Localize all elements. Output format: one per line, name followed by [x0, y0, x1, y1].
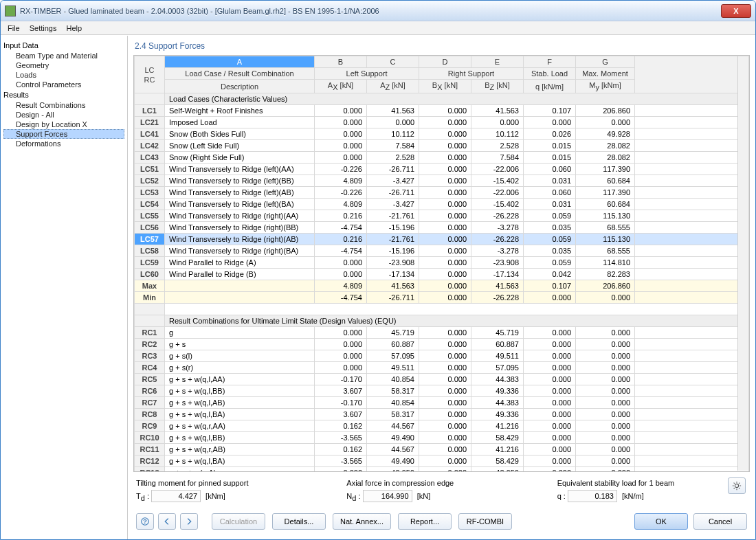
row-header[interactable]: RC10 — [135, 432, 165, 444]
table-row[interactable]: Min-4.754-26.7110.000-26.2280.0000.000 — [135, 292, 749, 304]
cell-my[interactable]: 0.000 — [576, 292, 635, 304]
cell-desc[interactable]: g + s + w(q,l,AA) — [165, 374, 315, 385]
cell-my[interactable]: 0.000 — [576, 350, 635, 362]
cell-q[interactable]: 0.000 — [524, 117, 576, 128]
cell-az[interactable]: 42.956 — [367, 467, 419, 472]
cell-az[interactable]: 57.095 — [367, 350, 419, 362]
cell-desc[interactable]: Snow (Right Side Full) — [165, 152, 315, 164]
table-row[interactable]: RC3g + s(l)0.00057.0950.00049.5110.0000.… — [135, 350, 749, 362]
cell-my[interactable]: 117.390 — [576, 187, 635, 199]
cell-ax[interactable]: 0.000 — [315, 257, 367, 269]
cell-az[interactable]: 58.317 — [367, 385, 419, 397]
cell-ax[interactable]: 0.000 — [315, 327, 367, 339]
cell-q[interactable]: 0.000 — [524, 444, 576, 455]
cell-bz[interactable]: -22.006 — [471, 187, 524, 199]
cell-az[interactable]: -26.711 — [367, 292, 419, 304]
col-letter-c[interactable]: C — [367, 56, 419, 68]
table-row[interactable]: LC57Wind Transversely to Ridge (right)(A… — [135, 234, 749, 245]
col-ax[interactable]: AX [kN] — [315, 80, 367, 93]
row-header[interactable]: Max — [135, 280, 165, 292]
cell-ax[interactable]: 0.162 — [315, 420, 367, 432]
cell-q[interactable]: 0.000 — [524, 397, 576, 409]
rf-combi-button[interactable]: RF-COMBI — [458, 513, 512, 530]
cell-ax[interactable]: -0.170 — [315, 397, 367, 409]
cell-my[interactable]: 0.000 — [576, 362, 635, 374]
cell-az[interactable]: -15.196 — [367, 222, 419, 234]
cell-az[interactable]: -21.761 — [367, 210, 419, 222]
row-header[interactable]: RC13 — [135, 467, 165, 472]
cell-q[interactable]: 0.060 — [524, 164, 576, 175]
table-row[interactable]: RC1g0.00045.7190.00045.7190.0000.000 — [135, 327, 749, 339]
row-header[interactable]: RC6 — [135, 385, 165, 397]
cell-ax[interactable]: 0.000 — [315, 128, 367, 140]
cell-my[interactable]: 0.000 — [576, 397, 635, 409]
table-row[interactable]: RC11g + s + w(q,r,AB)0.16244.5670.00041.… — [135, 444, 749, 455]
row-header[interactable]: RC4 — [135, 362, 165, 374]
table-row[interactable]: LC54Wind Transversely to Ridge (left)(BA… — [135, 199, 749, 210]
cell-q[interactable]: 0.000 — [524, 385, 576, 397]
cell-ax[interactable]: 0.162 — [315, 444, 367, 455]
cell-ax[interactable]: 0.000 — [315, 339, 367, 350]
table-row[interactable]: LC51Wind Transversely to Ridge (left)(AA… — [135, 164, 749, 175]
cell-bx[interactable]: 0.000 — [419, 455, 471, 467]
menu-help[interactable]: Help — [66, 24, 82, 32]
cell-bz[interactable]: 7.584 — [471, 152, 524, 164]
cell-az[interactable]: -17.134 — [367, 269, 419, 280]
cell-az[interactable]: 49.490 — [367, 455, 419, 467]
cell-bz[interactable]: 58.429 — [471, 455, 524, 467]
cell-desc[interactable]: g + s + w(q,l,BB) — [165, 385, 315, 397]
cell-q[interactable]: 0.000 — [524, 362, 576, 374]
cell-az[interactable]: -3.427 — [367, 199, 419, 210]
cell-az[interactable]: 60.887 — [367, 339, 419, 350]
cell-az[interactable]: -26.711 — [367, 187, 419, 199]
cell-ax[interactable]: -4.754 — [315, 292, 367, 304]
cell-q[interactable]: 0.059 — [524, 210, 576, 222]
cell-ax[interactable]: 0.000 — [315, 140, 367, 152]
row-header[interactable]: LC1 — [135, 105, 165, 117]
cell-ax[interactable]: -3.565 — [315, 432, 367, 444]
cell-ax[interactable]: 0.000 — [315, 105, 367, 117]
cell-bz[interactable]: -22.006 — [471, 164, 524, 175]
nav-tree[interactable]: Input Data Beam Type and Material Geomet… — [1, 36, 128, 539]
cell-az[interactable]: 10.112 — [367, 128, 419, 140]
details-button[interactable]: Details... — [272, 513, 326, 530]
cell-my[interactable]: 0.000 — [576, 409, 635, 420]
cell-az[interactable]: -15.196 — [367, 245, 419, 257]
cell-bz[interactable]: 45.719 — [471, 327, 524, 339]
cell-bx[interactable]: 0.000 — [419, 269, 471, 280]
row-header[interactable]: RC11 — [135, 444, 165, 455]
cell-desc[interactable]: g + s + w(q,l,BA) — [165, 409, 315, 420]
cell-bx[interactable]: 0.000 — [419, 222, 471, 234]
cell-bz[interactable]: -15.402 — [471, 199, 524, 210]
cell-desc[interactable]: g + s + w(q,l,BA) — [165, 455, 315, 467]
cell-my[interactable]: 115.130 — [576, 210, 635, 222]
cell-desc[interactable]: Snow (Both Sides Full) — [165, 128, 315, 140]
tree-deformations[interactable]: Deformations — [3, 139, 124, 148]
table-row[interactable]: RC12g + s + w(q,l,BA)-3.56549.4900.00058… — [135, 455, 749, 467]
cell-az[interactable]: -3.427 — [367, 175, 419, 187]
row-header[interactable]: RC1 — [135, 327, 165, 339]
cell-bz[interactable]: 44.383 — [471, 397, 524, 409]
cell-bx[interactable]: 0.000 — [419, 199, 471, 210]
cell-q[interactable]: 0.000 — [524, 350, 576, 362]
cell-ax[interactable]: 0.000 — [315, 350, 367, 362]
col-maxm[interactable]: Max. Moment — [576, 68, 635, 80]
tree-loads[interactable]: Loads — [3, 70, 124, 80]
cell-bz[interactable]: 41.216 — [471, 420, 524, 432]
table-row[interactable]: RC6g + s + w(q,l,BB)3.60758.3170.00049.3… — [135, 385, 749, 397]
cell-desc[interactable]: g + s — [165, 339, 315, 350]
cell-ax[interactable]: 3.607 — [315, 385, 367, 397]
row-header[interactable]: RC8 — [135, 409, 165, 420]
row-header[interactable]: RC12 — [135, 455, 165, 467]
cell-az[interactable]: -23.908 — [367, 257, 419, 269]
q-value[interactable] — [568, 490, 617, 502]
cell-bx[interactable]: 0.000 — [419, 280, 471, 292]
cell-bz[interactable]: 41.563 — [471, 105, 524, 117]
cell-desc[interactable]: g + s + w(q,r,AB) — [165, 444, 315, 455]
row-header[interactable]: LC55 — [135, 210, 165, 222]
cell-my[interactable]: 0.000 — [576, 467, 635, 472]
cell-desc[interactable]: g + s + w(p,A) — [165, 467, 315, 472]
cell-bx[interactable]: 0.000 — [419, 234, 471, 245]
cell-bz[interactable]: -26.228 — [471, 210, 524, 222]
cell-ax[interactable]: -0.226 — [315, 187, 367, 199]
